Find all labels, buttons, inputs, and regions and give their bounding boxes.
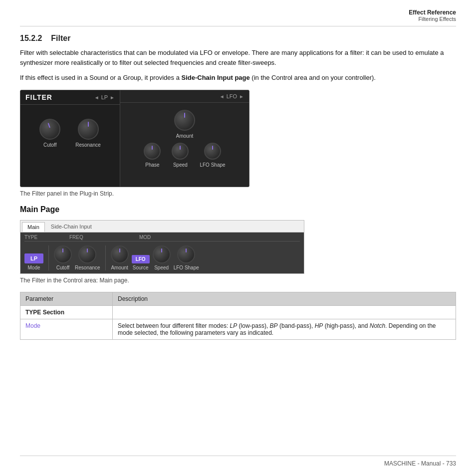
filter-lfo-header: ◄ LFO ► [120, 90, 249, 103]
cutoff-knob-main[interactable] [54, 245, 72, 263]
footer-text: MASCHINE - Manual - 733 [384, 460, 456, 467]
speed-label: Speed [173, 162, 188, 168]
resonance-control: Resonance [75, 245, 100, 270]
header-subtitle: Filtering Effects [409, 16, 456, 22]
freq-section-label: FREQ [69, 234, 139, 241]
resonance-knob[interactable] [78, 119, 99, 140]
lfo-nav-right: ► [239, 94, 244, 99]
phase-knob[interactable] [144, 143, 161, 160]
speed-indicator [180, 146, 181, 150]
mod-section-label: MOD [139, 234, 300, 241]
amount-knob[interactable] [174, 110, 195, 131]
speed-knob-main[interactable] [153, 245, 171, 263]
speed-knob[interactable] [172, 143, 189, 160]
table-header-param: Parameter [20, 292, 113, 306]
control-area-panel: Main Side-Chain Input TYPE FREQ MOD LP M… [20, 220, 304, 274]
lfo-top-knob: Amount [174, 110, 195, 139]
amount-control: Amount [111, 245, 129, 270]
controls-row: LP Mode Cutoff Resonance [20, 241, 304, 273]
cutoff-control: Cutoff [54, 245, 72, 270]
table-cell-type-desc [113, 306, 456, 319]
tab-sidechain[interactable]: Side-Chain Input [46, 222, 97, 232]
lfo-shape-label: LFO Shape [200, 162, 225, 168]
divider-1 [48, 245, 49, 270]
amount-knob-main[interactable] [111, 245, 129, 263]
control-area-caption: The Filter in the Control area: Main pag… [20, 277, 456, 284]
lp-mode: LP [230, 322, 238, 329]
mode-lp-button[interactable]: LP [24, 253, 43, 263]
section-heading: 15.2.2 Filter [20, 34, 456, 43]
hp-mode: HP [315, 322, 323, 329]
mode-control: LP Mode [24, 253, 43, 270]
body-paragraph-2: If this effect is used in a Sound or a G… [20, 73, 456, 83]
parameter-table: Parameter Description TYPE Section Mode … [20, 292, 456, 340]
phase-knob-wrap: Phase [144, 143, 161, 168]
amount-knob-wrap: Amount [174, 110, 195, 139]
cutoff-label-main: Cutoff [56, 265, 70, 270]
amount-indicator [184, 113, 185, 118]
page-header: Effect Reference Filtering Effects [409, 9, 456, 22]
nav-arrow-left: ◄ [94, 95, 99, 100]
table-header-desc: Description [113, 292, 456, 306]
table-row-mode: Mode Select between four different filte… [20, 319, 456, 340]
filter-panel-header: FILTER ◄ LP ► [20, 90, 120, 105]
resonance-knob-main[interactable] [78, 245, 96, 263]
table-cell-type-label: TYPE Section [20, 306, 113, 319]
lfo-shape-knob-main[interactable] [177, 245, 195, 263]
lfo-shape-indicator-main [186, 248, 187, 252]
speed-indicator-main [161, 248, 162, 252]
table-row-type-section: TYPE Section [20, 306, 456, 319]
body-paragraph-1: Filter with selectable characteristics t… [20, 48, 456, 68]
lfo-shape-label-main: LFO Shape [174, 265, 199, 270]
phase-label: Phase [145, 162, 159, 168]
source-lfo-button[interactable]: LFO [132, 255, 150, 263]
nav-arrow-right: ► [110, 95, 115, 100]
main-page-heading: Main Page [20, 205, 456, 214]
filter-lfo-nav: ◄ LFO ► [220, 93, 244, 99]
cutoff-knob[interactable] [39, 119, 60, 140]
cutoff-knob-wrap: Cutoff [39, 119, 60, 148]
amount-indicator-main [119, 248, 120, 252]
speed-label-main: Speed [154, 265, 169, 270]
resonance-indicator-main [87, 248, 88, 252]
mode-param-link[interactable]: Mode [25, 322, 40, 329]
lfo-shape-indicator [212, 146, 213, 150]
lfo-shape-knob-wrap: LFO Shape [200, 143, 225, 168]
resonance-indicator [88, 122, 89, 127]
footer-divider [20, 456, 456, 456]
cutoff-indicator [48, 123, 50, 128]
filter-panel-right: ◄ LFO ► Amount Phase [120, 90, 249, 187]
speed-knob-wrap: Speed [172, 143, 189, 168]
phase-indicator [152, 146, 153, 150]
filter-panel-left: FILTER ◄ LP ► Cutoff [20, 90, 120, 187]
resonance-label-main: Resonance [75, 265, 100, 270]
lfo-shape-knob[interactable] [204, 143, 221, 160]
cutoff-label: Cutoff [43, 142, 57, 148]
amount-label-main: Amount [111, 265, 128, 270]
divider-2 [105, 245, 106, 270]
source-control: LFO Source [132, 255, 150, 270]
cutoff-indicator-main [62, 248, 63, 252]
filter-knobs-left: Cutoff Resonance [39, 119, 101, 148]
filter-panel-image: FILTER ◄ LP ► Cutoff [20, 90, 249, 187]
mode-label: Mode [28, 265, 40, 270]
filter-title-label: FILTER [25, 93, 52, 101]
lfo-shape-control: LFO Shape [174, 245, 199, 270]
header-divider [20, 26, 456, 26]
filter-panel-caption: The Filter panel in the Plug-in Strip. [20, 190, 456, 197]
speed-control: Speed [153, 245, 171, 270]
table-cell-mode-desc: Select between four different filter mod… [113, 319, 456, 340]
lfo-bottom-knobs: Phase Speed LFO Shape [144, 143, 225, 168]
main-content: 15.2.2 Filter Filter with selectable cha… [20, 34, 456, 340]
type-section-label: TYPE [24, 234, 69, 241]
control-tabs: Main Side-Chain Input [20, 221, 304, 233]
filter-nav-left: ◄ LP ► [94, 94, 115, 100]
resonance-label: Resonance [75, 142, 101, 148]
tab-main[interactable]: Main [22, 222, 45, 232]
resonance-knob-wrap: Resonance [75, 119, 101, 148]
lfo-nav-left: ◄ [220, 94, 225, 99]
amount-label: Amount [176, 133, 193, 139]
source-label: Source [133, 265, 149, 270]
lfo-label: LFO [227, 93, 237, 99]
filter-mode-label: LP [101, 94, 108, 100]
